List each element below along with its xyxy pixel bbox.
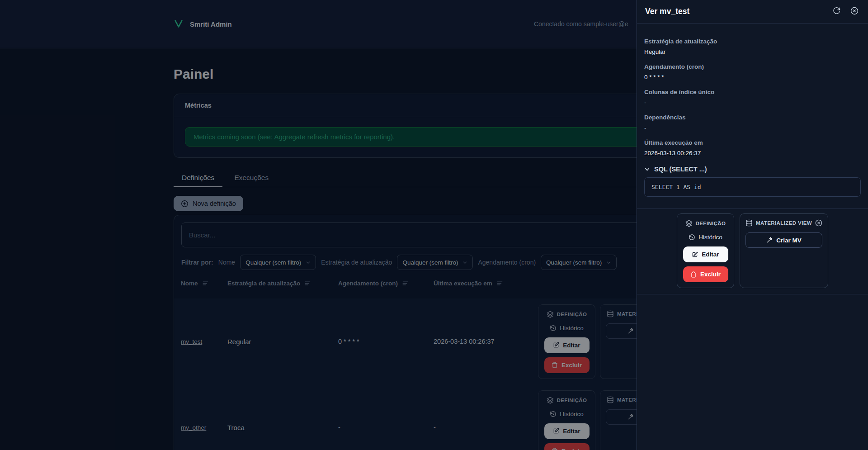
delete-button[interactable]: Excluir (683, 266, 728, 282)
field-label: Dependências (644, 114, 861, 121)
field-value: - (644, 124, 861, 132)
edit-button[interactable]: Editar (683, 246, 728, 262)
refresh-button[interactable] (831, 6, 842, 17)
drawer-field: Estratégia de atualização Regular (644, 38, 861, 56)
field-value: - (644, 99, 861, 107)
sql-section-toggle[interactable]: SQL (SELECT ...) (644, 166, 861, 173)
history-link[interactable]: Histórico (689, 234, 722, 241)
delete-label: Excluir (700, 271, 721, 278)
mv-card-title: MATERIALIZED VIEW (756, 220, 812, 226)
materialized-view-card: MATERIALIZED VIEW Criar MV (740, 213, 828, 288)
drawer-field: Dependências - (644, 114, 861, 132)
field-value: 2026-03-13 00:26:37 (644, 149, 861, 157)
database-icon (745, 219, 753, 227)
drawer-header: Ver mv_test (637, 0, 868, 24)
refresh-icon (832, 7, 840, 15)
drawer-field: Última execução em 2026-03-13 00:26:37 (644, 139, 861, 157)
field-value: 0 * * * * (644, 73, 861, 81)
field-value: Regular (644, 48, 861, 56)
layers-icon (685, 220, 693, 227)
edit-label: Editar (702, 251, 719, 258)
history-icon (689, 234, 695, 241)
view-drawer: Ver mv_test Estratégia de atualização Re… (637, 0, 868, 450)
drawer-title: Ver mv_test (645, 7, 689, 16)
field-label: Última execução em (644, 139, 861, 147)
sql-code-block: SELECT 1 AS id (644, 177, 861, 197)
definition-card-title: DEFINIÇÃO (696, 221, 726, 226)
edit-icon (692, 251, 698, 258)
trash-icon (690, 271, 697, 278)
sql-section-label: SQL (SELECT ...) (654, 166, 707, 173)
drawer-body: Estratégia de atualização Regular Agenda… (637, 24, 868, 208)
drawer-field: Agendamento (cron) 0 * * * * (644, 63, 861, 81)
create-mv-label: Criar MV (776, 237, 802, 244)
history-label: Histórico (698, 234, 722, 241)
drawer-field: Colunas de índice único - (644, 88, 861, 107)
definition-actions-card: DEFINIÇÃO Histórico Editar Excluir (677, 213, 734, 288)
field-label: Colunas de índice único (644, 88, 861, 96)
close-circle-icon (850, 7, 859, 15)
field-label: Agendamento (cron) (644, 63, 861, 71)
drawer-action-cards: DEFINIÇÃO Histórico Editar Excluir MATER… (637, 208, 868, 294)
close-drawer-button[interactable] (849, 6, 860, 17)
drawer-footer-area (637, 294, 868, 450)
field-label: Estratégia de atualização (644, 38, 861, 45)
circle-x-badge-icon (815, 219, 822, 227)
chevron-down-icon (644, 166, 650, 172)
create-mv-button[interactable]: Criar MV (745, 232, 822, 248)
hammer-icon (766, 237, 773, 243)
